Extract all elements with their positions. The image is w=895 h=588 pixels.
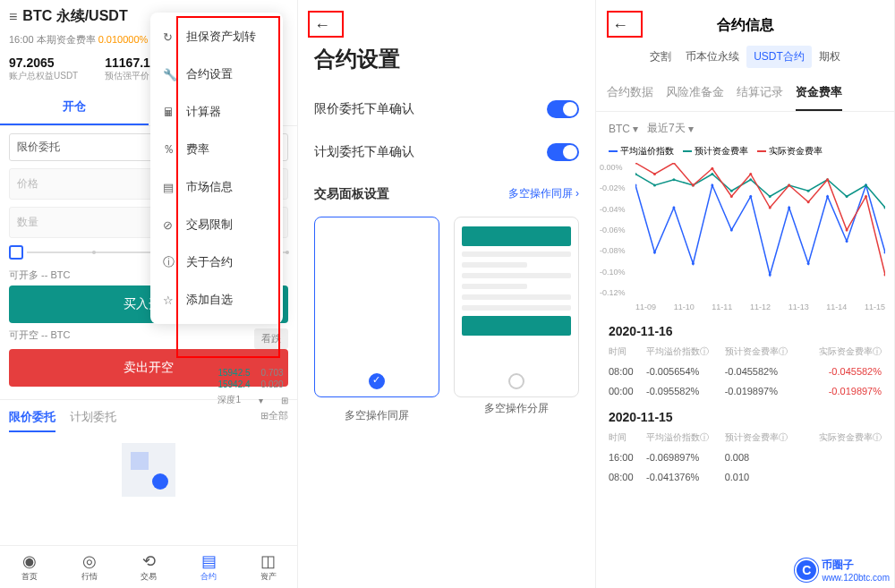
menu-settings[interactable]: 🔧合约设置: [150, 55, 283, 93]
svg-point-34: [749, 173, 752, 175]
table-header: 时间 平均溢价指数ⓘ 预计资金费率ⓘ 实际资金费率ⓘ: [596, 342, 894, 362]
nav-market[interactable]: ◎行情: [60, 546, 120, 588]
menu-about[interactable]: ⓘ关于合约: [150, 243, 283, 281]
filter-coin[interactable]: BTC▾: [609, 121, 638, 136]
svg-point-21: [769, 195, 771, 198]
svg-point-2: [672, 207, 675, 209]
tab-all[interactable]: ⊞全部: [260, 409, 288, 432]
can-short-label: 可开空 -- BTC看跌: [9, 328, 288, 342]
svg-point-10: [826, 195, 829, 198]
svg-point-19: [730, 190, 733, 192]
svg-point-32: [711, 167, 713, 170]
panel-value[interactable]: 多空操作同屏 ›: [508, 186, 579, 202]
menu-icon[interactable]: ≡: [9, 9, 17, 25]
date-header: 2020-11-16: [596, 315, 894, 342]
menu-favorite[interactable]: ☆添加自选: [150, 281, 283, 319]
page-title: 合约信息: [596, 0, 894, 46]
tab-contract-data[interactable]: 合约数据: [607, 75, 653, 111]
svg-point-20: [749, 178, 752, 181]
tab-funding[interactable]: 资金费率: [796, 75, 842, 111]
menu-limits[interactable]: ⊘交易限制: [150, 206, 283, 243]
svg-point-25: [846, 195, 848, 198]
bottom-nav: ◉首页 ◎行情 ⟲交易 ▤合约 ◫资产: [0, 545, 298, 588]
back-button[interactable]: ←: [605, 13, 635, 38]
watermark-logo-icon: C: [795, 558, 818, 582]
chip-coin-perp[interactable]: 币本位永续: [678, 46, 746, 68]
svg-point-23: [807, 190, 810, 192]
svg-point-15: [653, 184, 656, 187]
gear-icon: 🔧: [163, 68, 177, 81]
svg-point-9: [807, 262, 810, 265]
svg-point-38: [826, 178, 829, 181]
chevron-down-icon: ▾: [688, 123, 694, 135]
layout-icon[interactable]: ⊞: [281, 396, 288, 405]
svg-point-11: [846, 240, 848, 243]
layout-option-split[interactable]: 多空操作分屏: [454, 217, 579, 427]
switch-plan[interactable]: [547, 143, 579, 161]
svg-point-16: [672, 178, 675, 181]
watermark: C 币圈子www.120btc.com: [795, 558, 890, 583]
svg-point-39: [846, 229, 848, 232]
svg-point-37: [807, 200, 810, 203]
menu-transfer[interactable]: ↻担保资产划转: [150, 18, 283, 55]
funding-chart: 0.00%-0.02%-0.04%-0.06%-0.08%-0.10%-0.12…: [596, 163, 894, 315]
orderbook: 15942.50.703 15942.40.020 深度1▾⊞: [217, 367, 288, 406]
menu-calculator[interactable]: 🖩计算器: [150, 93, 283, 131]
list-icon: ▤: [163, 181, 177, 194]
bear-toggle[interactable]: 看跌: [254, 328, 288, 349]
calculator-icon: 🖩: [163, 106, 177, 119]
radio-unchecked-icon: [508, 373, 524, 389]
nav-assets[interactable]: ◫资产: [238, 546, 298, 588]
ban-icon: ⊘: [163, 218, 177, 232]
svg-point-29: [653, 173, 656, 175]
chart-filters: BTC▾ 最近7天▾: [596, 112, 894, 145]
chip-delivery[interactable]: 交割: [643, 46, 678, 68]
setting-limit-confirm: 限价委托下单确认: [298, 88, 595, 131]
back-button[interactable]: ←: [307, 13, 337, 38]
tab-settlement[interactable]: 结算记录: [737, 75, 783, 111]
tab-open[interactable]: 开仓: [0, 89, 149, 125]
setting-plan-confirm: 计划委托下单确认: [298, 131, 595, 174]
date-header: 2020-11-15: [596, 401, 894, 428]
svg-point-3: [692, 262, 695, 265]
transfer-icon: ↻: [163, 30, 177, 44]
star-icon: ☆: [163, 294, 177, 307]
svg-point-13: [884, 251, 885, 254]
filter-range[interactable]: 最近7天▾: [647, 121, 694, 136]
empty-placeholder: [122, 443, 175, 497]
menu-market-info[interactable]: ▤市场信息: [150, 168, 283, 206]
menu-fees[interactable]: ％费率: [150, 131, 283, 168]
page-title: 合约设置: [298, 0, 595, 88]
tab-risk[interactable]: 风险准备金: [666, 75, 724, 111]
chevron-down-icon: ▾: [633, 123, 638, 135]
tab-plan[interactable]: 计划委托: [70, 409, 116, 432]
panel-section: 交易面板设置 多空操作同屏 ›: [298, 174, 595, 208]
chip-usdt[interactable]: USDT合约: [746, 46, 812, 68]
svg-point-1: [653, 251, 656, 254]
svg-point-8: [788, 207, 790, 209]
depth-select[interactable]: 深度1: [217, 394, 241, 406]
table-row: 08:00-0.005654%-0.045582%-0.045582%: [596, 362, 894, 381]
layout-option-same[interactable]: 多空操作同屏: [314, 217, 439, 427]
svg-point-5: [730, 229, 733, 232]
contract-type-chips: 交割 币本位永续 USDT合约 期权: [596, 46, 894, 68]
tab-limit[interactable]: 限价委托: [9, 409, 55, 432]
svg-point-36: [788, 184, 790, 187]
nav-home[interactable]: ◉首页: [0, 546, 60, 588]
percent-icon: ％: [163, 141, 177, 158]
context-menu: ↻担保资产划转 🔧合约设置 🖩计算器 ％费率 ▤市场信息 ⊘交易限制 ⓘ关于合约…: [150, 13, 283, 324]
chip-options[interactable]: 期权: [812, 46, 848, 68]
svg-point-41: [884, 274, 885, 277]
table-header: 时间 平均溢价指数ⓘ 预计资金费率ⓘ 实际资金费率ⓘ: [596, 428, 894, 447]
pair-title: BTC 永续/USDT: [22, 7, 127, 26]
info-icon: ⓘ: [163, 254, 177, 270]
info-tabs: 合约数据 风险准备金 结算记录 资金费率: [596, 75, 894, 112]
svg-point-18: [711, 173, 713, 175]
svg-point-40: [865, 195, 867, 198]
table-row: 16:00-0.069897%0.008: [596, 447, 894, 467]
nav-contract[interactable]: ▤合约: [179, 546, 239, 588]
nav-trade[interactable]: ⟲交易: [119, 546, 179, 588]
switch-limit[interactable]: [547, 100, 579, 118]
table-row: 00:00-0.095582%-0.019897%-0.019897%: [596, 381, 894, 401]
svg-point-31: [692, 184, 695, 187]
